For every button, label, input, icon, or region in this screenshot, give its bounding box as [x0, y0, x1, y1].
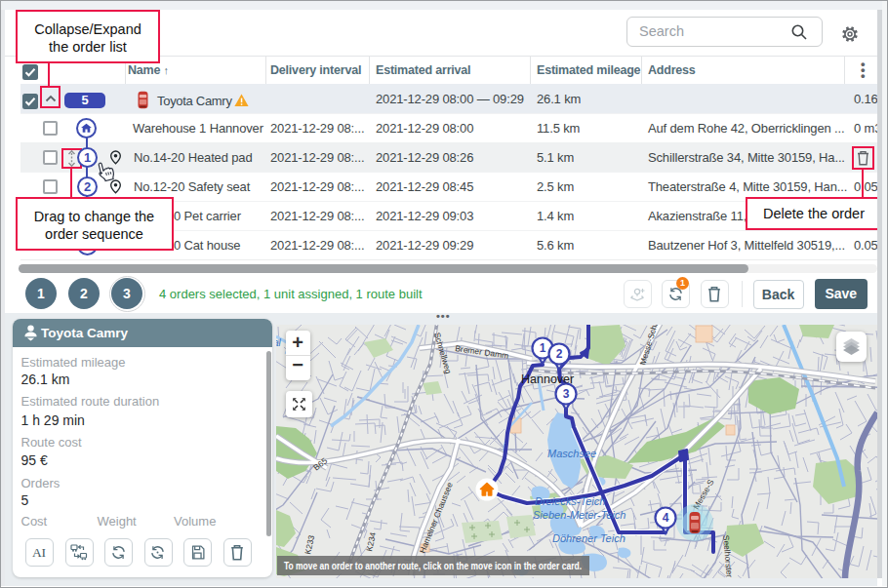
svg-text:4: 4	[663, 511, 669, 525]
svg-text:Sieben-Meter-Teich: Sieben-Meter-Teich	[533, 509, 626, 521]
svg-text:Maschsee: Maschsee	[547, 448, 596, 459]
svg-text:1: 1	[540, 341, 546, 355]
svg-text:3: 3	[563, 387, 570, 401]
svg-text:al: al	[276, 337, 282, 348]
svg-text:To move an order to another ro: To move an order to another route, click…	[284, 560, 582, 571]
svg-text:2: 2	[556, 347, 563, 361]
svg-text:Dreiecks-Teich: Dreiecks-Teich	[535, 495, 605, 507]
svg-text:Döhrener Teich: Döhrener Teich	[552, 532, 626, 544]
